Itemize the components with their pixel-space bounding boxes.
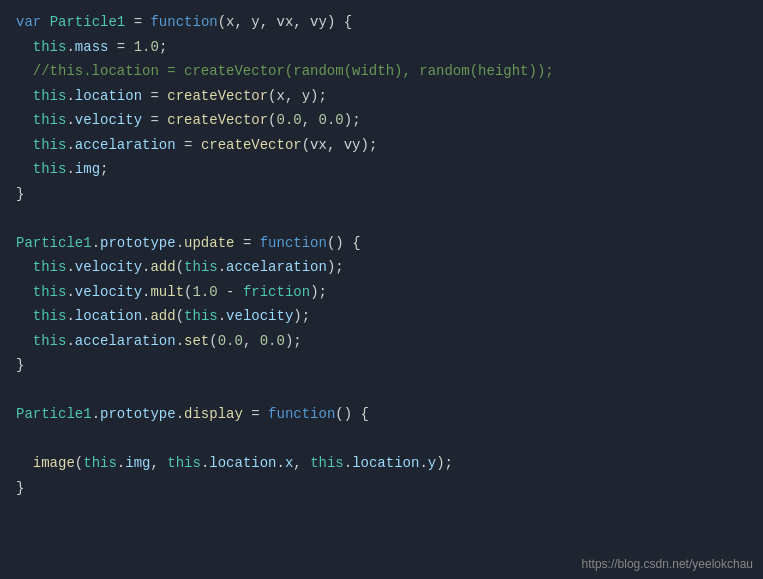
code-line: } (16, 476, 747, 501)
blank-line (16, 427, 747, 452)
code-line: this.location.add(this.velocity); (16, 304, 747, 329)
code-line: this.velocity = createVector(0.0, 0.0); (16, 108, 747, 133)
code-line: } (16, 353, 747, 378)
code-line: this.velocity.add(this.accelaration); (16, 255, 747, 280)
code-block: var Particle1 = function(x, y, vx, vy) {… (0, 10, 763, 500)
code-line: Particle1.prototype.display = function()… (16, 402, 747, 427)
code-line: this.accelaration = createVector(vx, vy)… (16, 133, 747, 158)
code-line: this.accelaration.set(0.0, 0.0); (16, 329, 747, 354)
code-line: this.mass = 1.0; (16, 35, 747, 60)
code-line: } (16, 182, 747, 207)
code-line: this.location = createVector(x, y); (16, 84, 747, 109)
code-line: //this.location = createVector(random(wi… (16, 59, 747, 84)
code-line: var Particle1 = function(x, y, vx, vy) { (16, 10, 747, 35)
code-line: this.img; (16, 157, 747, 182)
code-container: var Particle1 = function(x, y, vx, vy) {… (0, 0, 763, 579)
blank-line (16, 378, 747, 403)
watermark: https://blog.csdn.net/yeelokchau (582, 557, 753, 571)
code-line: Particle1.prototype.update = function() … (16, 231, 747, 256)
blank-line (16, 206, 747, 231)
code-line: image(this.img, this.location.x, this.lo… (16, 451, 747, 476)
code-line: this.velocity.mult(1.0 - friction); (16, 280, 747, 305)
